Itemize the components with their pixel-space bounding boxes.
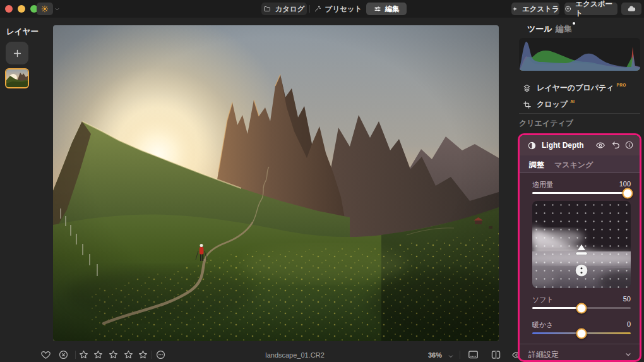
divider	[519, 113, 640, 114]
amount-label: 適用量	[532, 180, 553, 190]
layers-panel-title: レイヤー	[6, 27, 39, 37]
app-window: カタログ プリセット 編集 エクストラ エクスポート レイヤー	[0, 0, 644, 362]
soft-label: ソフト	[532, 295, 554, 305]
divider	[460, 351, 460, 359]
depth-map-preview[interactable]	[532, 201, 631, 288]
light-depth-title: Light Depth	[542, 141, 584, 150]
tab-catalog[interactable]: カタログ	[261, 3, 307, 15]
crop-label: クロップ	[537, 99, 568, 110]
zoom-chevron-down-icon[interactable]	[448, 353, 454, 359]
tab-tools[interactable]: ツール	[527, 23, 552, 35]
compare-view-icon[interactable]	[490, 349, 502, 361]
cloud-sync-button[interactable]	[621, 3, 641, 15]
warmth-slider[interactable]	[532, 332, 631, 334]
light-depth-tabbar: 調整 マスキング	[520, 155, 640, 173]
undo-icon[interactable]	[611, 140, 621, 150]
tab-edit[interactable]: 編集	[366, 3, 407, 15]
light-depth-header[interactable]: Light Depth	[520, 135, 640, 155]
tab-masking[interactable]: マスキング	[554, 160, 593, 171]
rating-star-2-icon[interactable]	[93, 349, 104, 360]
divider	[520, 344, 640, 344]
app-menu-button[interactable]	[37, 3, 53, 15]
depth-map-image	[532, 201, 631, 288]
chevron-down-icon[interactable]	[54, 6, 60, 12]
warmth-slider-thumb[interactable]	[576, 328, 587, 339]
rating-star-4-icon[interactable]	[123, 349, 134, 360]
crop-icon	[523, 100, 532, 109]
tab-edit-label: 編集	[385, 4, 400, 14]
crop-item[interactable]: クロップ AI	[523, 99, 575, 110]
rating-star-5-icon[interactable]	[138, 349, 148, 360]
info-icon[interactable]	[624, 140, 634, 150]
soft-value: 50	[623, 295, 631, 303]
extras-button-label: エクストラ	[522, 4, 559, 14]
filmstrip-view-icon[interactable]	[467, 349, 479, 361]
export-button[interactable]: エクスポート	[564, 3, 617, 15]
tab-presets-label: プリセット	[325, 4, 362, 14]
light-depth-tool-icon	[527, 141, 537, 150]
export-button-label: エクスポート	[575, 0, 617, 18]
reject-circle-x-icon[interactable]	[58, 349, 69, 360]
export-up-icon	[564, 5, 571, 13]
pro-badge: PRO	[617, 83, 626, 87]
sun-app-icon	[40, 4, 49, 13]
layer-thumbnail-selected[interactable]	[5, 68, 29, 88]
histogram[interactable]	[519, 38, 640, 71]
sparkle-icon	[511, 6, 518, 13]
extras-button[interactable]: エクストラ	[511, 3, 559, 15]
divider	[309, 5, 310, 13]
amount-slider-fill	[532, 192, 631, 194]
sliders-icon	[374, 5, 381, 13]
soft-slider[interactable]	[532, 307, 631, 309]
advanced-chevron-down-icon[interactable]	[624, 351, 632, 358]
add-layer-button[interactable]	[6, 42, 28, 64]
divider	[75, 351, 76, 359]
tab-presets[interactable]: プリセット	[313, 3, 362, 15]
depth-focus-handle	[576, 265, 588, 277]
layers-icon	[522, 83, 532, 93]
minimize-button[interactable]	[18, 5, 25, 13]
divider	[152, 351, 152, 359]
plus-icon	[12, 48, 23, 59]
filename-label: landscape_01.CR2	[232, 351, 358, 359]
close-button[interactable]	[5, 5, 13, 13]
folder-icon	[263, 5, 271, 13]
ai-badge: AI	[570, 99, 575, 104]
layer-properties-item[interactable]: レイヤーのプロパティ PRO	[522, 83, 626, 94]
photo-canvas[interactable]	[53, 25, 499, 341]
edits-unsaved-dot	[573, 22, 575, 25]
layer-properties-label: レイヤーのプロパティ	[537, 83, 614, 94]
cloud-icon	[627, 4, 636, 13]
tab-edits[interactable]: 編集	[556, 23, 572, 35]
zoom-level-value[interactable]: 36%	[428, 351, 442, 359]
advanced-settings-toggle[interactable]: 詳細設定	[528, 349, 559, 360]
tab-catalog-label: カタログ	[275, 4, 304, 14]
histogram-chart	[519, 38, 640, 71]
wand-icon	[314, 5, 321, 13]
warmth-value: 0	[627, 320, 631, 328]
top-toolbar: カタログ プリセット 編集 エクストラ エクスポート	[0, 0, 644, 18]
light-depth-panel: Light Depth 調整 マスキング 適用量 100	[518, 133, 641, 362]
circle-dots-icon[interactable]	[155, 349, 166, 360]
layer-thumbnail-image	[6, 69, 28, 87]
visibility-eye-icon[interactable]	[595, 140, 605, 150]
favorite-heart-icon[interactable]	[40, 349, 51, 360]
amount-slider[interactable]	[532, 192, 631, 194]
landscape-photo	[53, 25, 499, 341]
amount-slider-thumb[interactable]	[623, 188, 633, 198]
soft-slider-thumb[interactable]	[576, 303, 587, 313]
amount-value: 100	[619, 180, 631, 188]
creative-section-header[interactable]: クリエイティブ	[519, 118, 573, 129]
rating-star-3-icon[interactable]	[108, 349, 119, 360]
rating-star-1-icon[interactable]	[78, 349, 89, 360]
tab-adjust[interactable]: 調整	[529, 160, 544, 171]
soft-slider-fill	[532, 307, 581, 309]
warmth-label: 暖かさ	[532, 320, 554, 330]
